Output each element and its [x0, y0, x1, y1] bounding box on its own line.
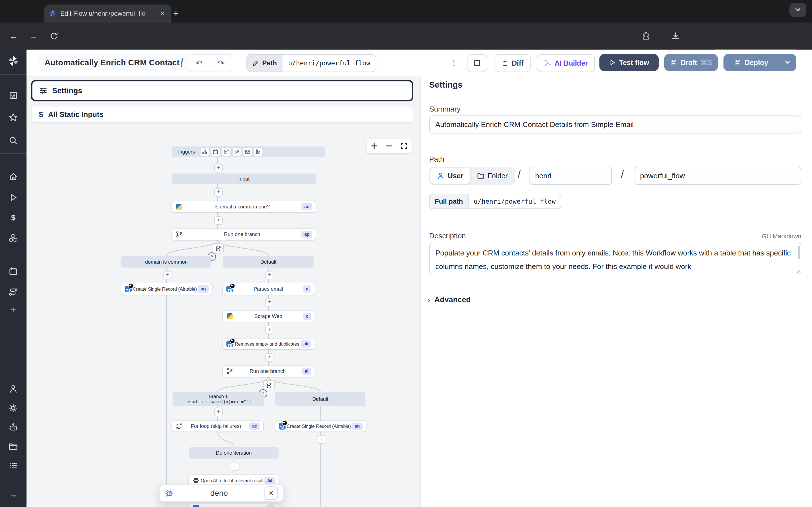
- reload-icon[interactable]: [47, 29, 61, 43]
- new-tab-button[interactable]: +: [169, 7, 183, 20]
- typescript-deno-icon: TS: [226, 340, 234, 348]
- email-icon[interactable]: [243, 148, 252, 156]
- insert-step-button[interactable]: +: [265, 326, 273, 334]
- ai-builder-button[interactable]: AI Builder: [537, 54, 595, 72]
- triggers-label: Triggers: [176, 149, 195, 155]
- node-run-one-branch-2[interactable]: Run one branch al: [223, 365, 315, 377]
- download-icon[interactable]: [669, 29, 682, 43]
- deploy-options-chevron-icon[interactable]: [779, 54, 796, 71]
- insert-step-button[interactable]: +: [265, 271, 273, 279]
- popup-close-button[interactable]: ✕: [264, 487, 278, 500]
- insert-step-button[interactable]: +: [265, 298, 273, 306]
- browser-tab[interactable]: Edit Flow u/henri/powerful_flo ✕: [44, 4, 171, 22]
- draft-shortcut: ⌘S: [700, 59, 712, 67]
- node-run-one-branch-1[interactable]: Run one branch ap: [172, 229, 316, 240]
- triggers-bar[interactable]: Triggers: [172, 147, 325, 157]
- folder-toggle[interactable]: Folder: [470, 168, 515, 184]
- node-is-email[interactable]: Is email a common one? ao: [172, 201, 316, 212]
- draft-button[interactable]: Draft ⌘S: [664, 54, 718, 71]
- add-branch-button[interactable]: [213, 243, 224, 253]
- workspace-icon[interactable]: [8, 91, 18, 100]
- add-menu-icon[interactable]: +: [8, 305, 18, 314]
- node-scrape-web[interactable]: Scrape Web c: [223, 311, 315, 322]
- node-for-loop[interactable]: For loop (skip failures) ac: [172, 421, 263, 432]
- python-icon: [226, 313, 234, 320]
- windmill-logo-icon[interactable]: [7, 55, 19, 67]
- forward-icon[interactable]: →: [27, 29, 41, 43]
- tab-search-button[interactable]: [790, 3, 806, 17]
- user-icon: [437, 172, 444, 179]
- node-removes-empty[interactable]: TS Removes empty and duplicates ak: [223, 339, 315, 349]
- fit-view-icon[interactable]: [401, 143, 407, 149]
- docs-button[interactable]: [467, 54, 487, 72]
- flow-title[interactable]: Automatically Enrich CRM Contact: [39, 54, 188, 71]
- worker-groups-icon[interactable]: [8, 461, 18, 470]
- more-options-icon[interactable]: ⋮: [447, 55, 461, 70]
- do-one-iteration-node[interactable]: Do one iteration: [189, 447, 278, 459]
- test-flow-button[interactable]: Test flow: [599, 54, 659, 71]
- settings-gear-icon[interactable]: [8, 403, 18, 413]
- branch-domain-is-common[interactable]: domain is common: [121, 256, 211, 268]
- owner-input[interactable]: henri: [529, 167, 612, 185]
- insert-step-button[interactable]: +: [214, 216, 223, 225]
- path-chip[interactable]: Path u/henri/powerful_flow: [246, 54, 376, 72]
- summary-input[interactable]: Automatically Enrich CRM Contact Details…: [429, 115, 801, 133]
- branch-default-1[interactable]: Default: [223, 256, 314, 268]
- description-textarea[interactable]: Populate your CRM contacts' details from…: [429, 243, 801, 274]
- favorites-star-icon[interactable]: [8, 113, 18, 122]
- advanced-toggle[interactable]: › Advanced: [427, 295, 471, 305]
- variables-icon[interactable]: $: [8, 213, 18, 223]
- node-create-single-record-1[interactable]: TS Create Single Record (Airtable) aq: [121, 283, 212, 295]
- input-node[interactable]: Input: [172, 173, 316, 184]
- flow-name-input[interactable]: powerful_flow: [634, 167, 801, 185]
- websocket-icon[interactable]: [233, 148, 241, 156]
- insert-step-button[interactable]: +: [265, 353, 273, 362]
- route-icon[interactable]: [222, 148, 231, 156]
- schedule-icon[interactable]: [211, 148, 220, 156]
- node-create-single-record-2[interactable]: TS Create Single Record (Airtable) an: [275, 421, 366, 432]
- undo-button[interactable]: ↶: [188, 55, 210, 71]
- routes-icon[interactable]: [8, 287, 18, 297]
- extensions-icon[interactable]: [640, 29, 653, 43]
- expand-rail-icon[interactable]: →: [8, 490, 18, 499]
- webhook-icon[interactable]: [200, 148, 209, 156]
- home-icon[interactable]: [8, 172, 18, 181]
- insert-step-button[interactable]: +: [231, 462, 239, 471]
- folders-icon[interactable]: [8, 442, 18, 451]
- redo-button[interactable]: ↷: [210, 55, 232, 71]
- diff-label: Diff: [512, 59, 523, 67]
- node-parses-email[interactable]: TS Parses email a: [223, 283, 315, 295]
- insert-step-button[interactable]: +: [214, 408, 223, 416]
- watch-icon[interactable]: [254, 148, 262, 156]
- ai-robot-icon[interactable]: [8, 422, 18, 432]
- resources-icon[interactable]: [8, 233, 18, 243]
- path-chip-value[interactable]: u/henri/powerful_flow: [283, 55, 376, 71]
- folder-icon: [477, 172, 485, 179]
- diff-button[interactable]: Diff: [495, 54, 530, 72]
- zoom-out-icon[interactable]: [386, 143, 393, 149]
- browser-tab-strip: Edit Flow u/henri/powerful_flo ✕ +: [0, 0, 812, 22]
- deploy-button[interactable]: Deploy: [723, 54, 796, 71]
- branch-default-2[interactable]: Default: [275, 392, 365, 406]
- insert-step-button[interactable]: +: [317, 436, 325, 444]
- textarea-scrollbar[interactable]: [798, 245, 800, 259]
- deno-popup[interactable]: deno ✕: [159, 485, 284, 502]
- insert-step-button[interactable]: +: [214, 188, 223, 196]
- branch-1[interactable]: Branch 1 results.c.some((x)=>x!=""): [172, 392, 264, 406]
- runs-icon[interactable]: [8, 193, 18, 202]
- search-icon[interactable]: [8, 136, 18, 145]
- insert-step-button[interactable]: +: [163, 271, 171, 279]
- tab-close-icon[interactable]: ✕: [158, 9, 167, 18]
- windmill-app: $ +: [0, 50, 812, 507]
- add-branch-button[interactable]: [263, 380, 274, 390]
- textarea-resize-handle[interactable]: [796, 269, 800, 273]
- deno-popup-label: deno: [174, 489, 264, 498]
- node-partial[interactable]: TS: [189, 504, 278, 507]
- back-icon[interactable]: ←: [7, 29, 20, 43]
- zoom-in-icon[interactable]: [371, 143, 377, 149]
- users-icon[interactable]: [8, 384, 18, 394]
- insert-step-button[interactable]: +: [214, 164, 223, 172]
- loop-icon: [175, 422, 183, 430]
- user-toggle[interactable]: User: [430, 168, 470, 184]
- schedules-icon[interactable]: [8, 267, 18, 276]
